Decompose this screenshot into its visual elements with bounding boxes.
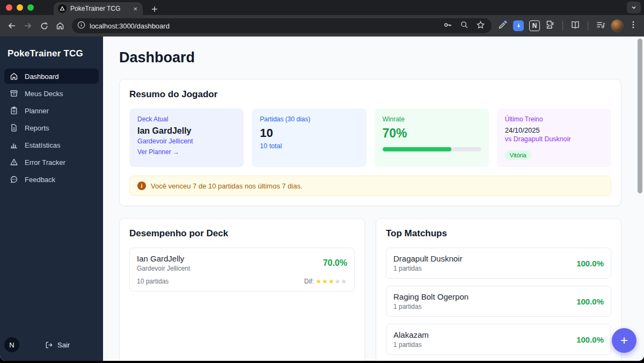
sidebar-item-label: Feedback (25, 176, 55, 184)
matchup-games: 1 partidas (393, 265, 462, 272)
zoom-window-button[interactable] (27, 4, 34, 11)
sidebar-item-label: Planner (25, 107, 49, 115)
sidebar-item-label: Estatísticas (25, 141, 60, 149)
add-button[interactable]: + (612, 328, 636, 353)
toolbar-divider (562, 21, 563, 31)
deck-performance-row: Ian GardJelly Gardevoir Jellicent 70.0% … (129, 248, 355, 292)
matchup-row: Dragapult Dusknoir 1 partidas 100.0% (386, 248, 611, 279)
eyedropper-extension-icon[interactable] (498, 20, 508, 32)
sidebar-item-label: Error Tracker (25, 158, 65, 166)
browser-toolbar: localhost:3000/dashboard N (0, 15, 644, 37)
alert-text: Você venceu 7 de 10 partidas nos últimos… (151, 182, 303, 190)
extensions-puzzle-icon[interactable] (545, 20, 555, 32)
browser-menu-dots-icon[interactable] (629, 20, 638, 31)
bar-chart-icon (10, 141, 18, 149)
url-text[interactable]: localhost:3000/dashboard (90, 22, 439, 30)
info-icon: i (137, 182, 146, 190)
sidebar: PokeTrainer TCG Dashboard Meus Decks Pla… (0, 37, 103, 361)
deck-name: Ian GardJelly (137, 254, 190, 263)
passwords-key-icon[interactable] (443, 20, 452, 32)
main-content: Dashboard Resumo do Jogador Deck Atual I… (103, 37, 644, 361)
tab-search-chevron-button[interactable] (627, 2, 641, 13)
sidebar-item-feedback[interactable]: Feedback (4, 172, 99, 187)
reload-button[interactable] (36, 18, 52, 33)
matchup-name: Alakazam (393, 330, 429, 339)
matchup-name: Raging Bolt Ogerpon (393, 292, 469, 301)
current-deck-name: Ian GardJelly (137, 126, 236, 136)
sidebar-item-label: Reports (25, 124, 49, 132)
browser-window: PokeTrainer TCG × localhost:3000/dashboa… (0, 0, 644, 361)
deck-performance-title: Desempenho por Deck (129, 228, 355, 239)
extensions-area: N (496, 19, 640, 32)
current-deck-subtitle: Gardevoir Jellicent (137, 137, 236, 145)
back-button[interactable] (4, 18, 19, 33)
decks-box-icon (10, 89, 18, 98)
difficulty-stars-empty-icon: ★★ (334, 278, 347, 285)
new-tab-button[interactable] (148, 3, 161, 16)
close-window-button[interactable] (6, 4, 12, 11)
sidebar-item-reports[interactable]: Reports (4, 120, 99, 135)
sidebar-item-error-tracker[interactable]: Error Tracker (4, 155, 99, 170)
matchup-games: 1 partidas (393, 341, 429, 349)
page-scrollbar[interactable] (638, 39, 642, 193)
last-training-stat-card: Último Treino 24/10/2025 vs Dragapult Du… (497, 108, 611, 167)
stat-label: Último Treino (505, 115, 603, 123)
matches-value: 10 (260, 126, 358, 140)
sidebar-item-label: Dashboard (25, 72, 59, 81)
deck-winrate: 70.0% (323, 258, 347, 268)
stat-label: Partidas (30 dias) (260, 115, 358, 123)
stat-label: Deck Atual (137, 115, 236, 123)
sidebar-item-meus-decks[interactable]: Meus Decks (4, 86, 99, 101)
tab-favicon-icon (58, 4, 67, 13)
sidebar-item-estatisticas[interactable]: Estatísticas (4, 137, 99, 153)
zoom-search-icon[interactable] (460, 20, 469, 31)
user-avatar[interactable]: N (4, 337, 19, 352)
chat-bubble-icon (10, 175, 18, 184)
page-title: Dashboard (119, 49, 621, 66)
stat-label: Winrate (383, 115, 481, 123)
winrate-stat-card: Winrate 70% (375, 108, 489, 167)
document-icon (10, 124, 18, 132)
minimize-window-button[interactable] (17, 4, 23, 11)
tab-title: PokeTrainer TCG (70, 5, 128, 12)
winrate-progress-bar (383, 147, 481, 151)
app-title: PokeTrainer TCG (4, 44, 99, 69)
home-icon (10, 72, 18, 81)
matchup-games: 1 partidas (393, 303, 469, 310)
home-button[interactable] (53, 18, 68, 33)
matches-total: 10 total (260, 142, 358, 150)
tab-strip: PokeTrainer TCG × (0, 0, 644, 15)
top-matchups-title: Top Matchups (386, 228, 611, 239)
browser-tab[interactable]: PokeTrainer TCG × (54, 2, 143, 15)
notion-extension-icon[interactable]: N (529, 20, 540, 31)
deck-games: 10 partidas (137, 278, 169, 285)
reading-list-book-icon[interactable] (570, 20, 580, 32)
sidebar-item-dashboard[interactable]: Dashboard (4, 69, 99, 84)
matchup-winrate: 100.0% (576, 297, 604, 306)
sidebar-item-label: Meus Decks (25, 90, 63, 98)
window-controls (6, 4, 34, 11)
deck-subtitle: Gardevoir Jellicent (137, 265, 190, 272)
tab-close-icon[interactable]: × (132, 5, 138, 13)
tab-groups-playlist-icon[interactable] (596, 20, 605, 32)
clipboard-icon (10, 106, 18, 115)
logout-icon (45, 341, 53, 349)
toolbar-divider (588, 21, 588, 31)
sidebar-item-planner[interactable]: Planner (4, 103, 99, 118)
player-summary-card: Resumo do Jogador Deck Atual Ian GardJel… (119, 79, 621, 206)
matches-stat-card: Partidas (30 dias) 10 10 total (252, 108, 366, 167)
matchup-winrate: 100.0% (576, 259, 604, 268)
view-planner-link[interactable]: Ver Planner → (137, 148, 236, 156)
forward-button[interactable] (20, 18, 35, 33)
last-training-date: 24/10/2025 (505, 126, 603, 134)
difficulty-stars-filled-icon: ★★★ (316, 278, 334, 285)
site-info-icon[interactable] (77, 21, 85, 31)
logout-button[interactable]: Sair (45, 341, 70, 349)
matchup-row: Raging Bolt Ogerpon 1 partidas 100.0% (386, 286, 611, 317)
win-streak-alert: i Você venceu 7 de 10 partidas nos últim… (129, 176, 611, 196)
address-bar[interactable]: localhost:3000/dashboard (72, 18, 492, 33)
bookmark-star-icon[interactable] (476, 20, 485, 32)
blue-extension-icon[interactable] (513, 20, 524, 31)
winrate-progress-fill (383, 147, 451, 151)
browser-profile-avatar[interactable] (611, 19, 624, 32)
